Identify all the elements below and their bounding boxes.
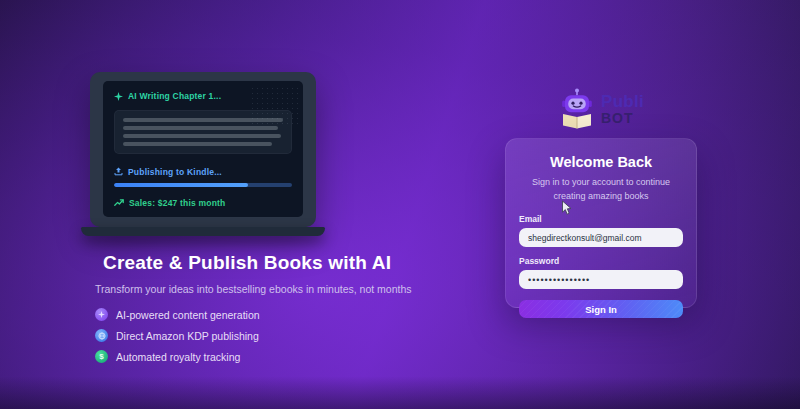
hero-section: Create & Publish Books with AI Transform… (95, 252, 425, 371)
brand-wordmark: Publi BOT (601, 93, 644, 125)
landing-page: AI Writing Chapter 1... Publishing to Ki… (0, 0, 800, 409)
login-card: Welcome Back Sign in to your account to … (505, 138, 697, 308)
writing-status-text: AI Writing Chapter 1... (128, 91, 221, 101)
password-field[interactable] (519, 270, 683, 289)
dot-texture (250, 86, 298, 128)
skeleton-line (123, 134, 281, 138)
app-mockup: AI Writing Chapter 1... Publishing to Ki… (90, 72, 316, 236)
feature-label: AI-powered content generation (116, 309, 260, 321)
password-label: Password (519, 256, 683, 266)
trending-up-icon (114, 198, 124, 207)
sales-status-row: Sales: $247 this month (114, 198, 292, 208)
hero-subtitle: Transform your ideas into bestselling eb… (95, 283, 425, 295)
publish-progress-bar (114, 183, 292, 187)
robot-book-icon (560, 88, 594, 130)
feature-label: Automated royalty tracking (116, 351, 240, 363)
publishing-status-text: Publishing to Kindle... (128, 167, 222, 177)
sign-in-button[interactable]: Sign In (519, 300, 683, 318)
hero-title: Create & Publish Books with AI (103, 252, 425, 274)
sparkles-icon (114, 92, 123, 101)
feature-item-royalty-tracking: $ Automated royalty tracking (95, 350, 425, 363)
upload-icon (114, 167, 123, 176)
skeleton-line (123, 142, 272, 146)
laptop-screen-frame: AI Writing Chapter 1... Publishing to Ki… (90, 72, 316, 227)
brand-name-bottom: BOT (601, 111, 644, 125)
feature-item-ai-content: AI-powered content generation (95, 308, 425, 321)
feature-item-kdp-publishing: Direct Amazon KDP publishing (95, 329, 425, 342)
login-subtitle: Sign in to your account to continue crea… (523, 176, 679, 203)
globe-icon (95, 329, 108, 342)
laptop-screen: AI Writing Chapter 1... Publishing to Ki… (103, 81, 303, 217)
brand-logo: Publi BOT (560, 88, 644, 130)
sparkles-icon (95, 308, 108, 321)
email-label: Email (519, 214, 683, 224)
laptop-base (81, 227, 325, 236)
login-title: Welcome Back (519, 154, 683, 170)
feature-label: Direct Amazon KDP publishing (116, 330, 259, 342)
sales-status-text: Sales: $247 this month (129, 198, 226, 208)
dollar-icon: $ (95, 350, 108, 363)
publishing-status-row: Publishing to Kindle... (114, 167, 292, 177)
brand-name-top: Publi (601, 93, 644, 110)
email-field[interactable] (519, 228, 683, 247)
progress-fill (114, 183, 248, 187)
